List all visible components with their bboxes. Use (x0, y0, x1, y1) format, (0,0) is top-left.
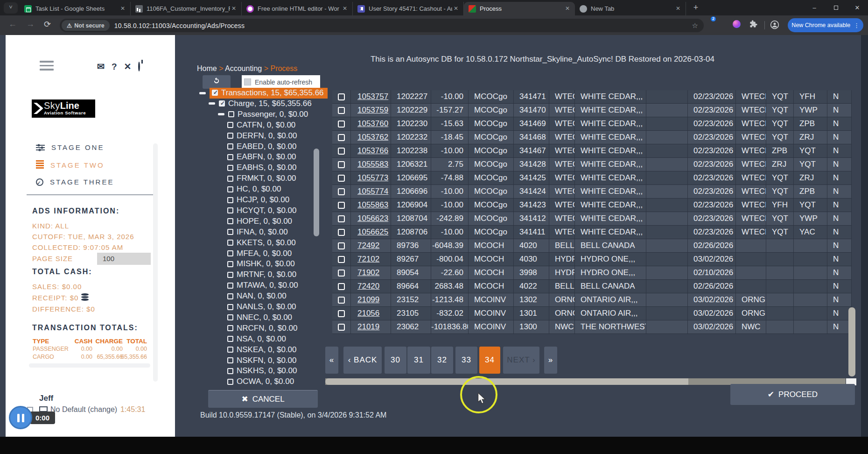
row-checkbox[interactable] (338, 215, 345, 222)
table-row[interactable]: 10537571202227-10.00MCOCgo341471WTECDWHI… (332, 90, 852, 104)
cancel-button[interactable]: ✖ CANCEL (208, 390, 318, 408)
transaction-id-link[interactable]: 21056 (351, 307, 391, 320)
page-button-[interactable]: » (544, 347, 557, 374)
tree-checkbox[interactable] (227, 304, 233, 310)
minimize-button[interactable]: – (804, 4, 825, 11)
table-row[interactable]: 2101923062-101836.80MCOINV1300NWCTHE NOR… (332, 320, 852, 334)
transaction-id-link[interactable]: 1053757 (351, 90, 391, 103)
tab-close-icon[interactable]: ✕ (119, 5, 126, 13)
sidebar-scrollbar[interactable] (153, 143, 158, 382)
transaction-id-link[interactable]: 1056625 (351, 226, 391, 239)
tree-item-nskhs[interactable]: NSKHS, 0, $0.00 (227, 366, 297, 376)
tab-search-button[interactable]: ˅ (4, 2, 18, 14)
table-row[interactable]: 7249289736-6048.39MCOCH4020BELLBELL CANA… (332, 239, 852, 253)
sidebar-item-stage-two[interactable]: STAGE TWO (36, 160, 105, 170)
reload-icon[interactable]: ⟳ (44, 19, 51, 29)
table-row[interactable]: 10558631206904-10.00MCOCgo341423WTECDWHI… (332, 199, 852, 212)
collapse-icon[interactable] (209, 102, 215, 105)
breadcrumb-home[interactable]: Home (197, 64, 217, 72)
tree-checkbox[interactable] (227, 379, 233, 385)
table-row[interactable]: 10566251208706-10.00MCOCgo341411WTECDWHI… (332, 226, 852, 239)
tree-item-mishk[interactable]: MISHK, 0, $0.00 (227, 259, 295, 269)
transaction-id-link[interactable]: 1056623 (351, 212, 391, 225)
page-button-30[interactable]: 30 (385, 347, 406, 374)
tree-item-mrtnf[interactable]: MRTNF, 0, $0.00 (227, 270, 296, 280)
page-button-back[interactable]: ‹ BACK (343, 347, 382, 374)
chrome-update-button[interactable]: New Chrome available ⋮ (788, 18, 863, 32)
transaction-id-link[interactable]: 1055863 (351, 199, 391, 212)
tree-checkbox[interactable] (227, 357, 233, 363)
tree-item-ocwa[interactable]: OCWA, 0, $0.00 (227, 376, 294, 387)
row-checkbox[interactable] (338, 297, 345, 304)
tree-checkbox[interactable] (227, 154, 233, 160)
page-button-31[interactable]: 31 (407, 347, 430, 374)
power-icon[interactable] (138, 63, 140, 71)
transaction-id-link[interactable]: 21099 (351, 293, 391, 306)
transaction-id-link[interactable]: 1055583 (351, 158, 391, 171)
security-chip[interactable]: ⚠ Not secure (62, 20, 110, 31)
transaction-id-link[interactable]: 21019 (351, 320, 391, 333)
tree-checkbox[interactable] (227, 336, 233, 342)
maximize-button[interactable] (825, 4, 847, 11)
transaction-id-link[interactable]: 1053762 (351, 131, 391, 144)
transaction-id-link[interactable]: 72102 (351, 253, 391, 266)
tree-scrollbar[interactable] (314, 149, 319, 236)
tree-item-mfea[interactable]: MFEA, 0, $0.00 (227, 248, 292, 259)
tree-checkbox[interactable] (227, 293, 233, 299)
kebab-menu-icon[interactable]: ⋮ (854, 22, 860, 29)
tree-checkbox[interactable] (227, 250, 233, 256)
transaction-id-link[interactable]: 1055774 (351, 185, 391, 198)
page-button-32[interactable]: 32 (431, 347, 453, 374)
row-checkbox[interactable] (338, 175, 345, 182)
row-checkbox[interactable] (338, 202, 345, 209)
tree-item-mtawa[interactable]: MTAWA, 0, $0.00 (227, 280, 298, 291)
tree-item-catfn[interactable]: CATFN, 0, $0.00 (227, 120, 295, 130)
tree-item-derfn[interactable]: DERFN, 0, $0.00 (227, 131, 297, 141)
profile-icon[interactable] (770, 20, 779, 31)
browser-tab-1[interactable]: Task List - Google Sheets✕ (20, 2, 131, 15)
tree-checkbox[interactable] (227, 325, 233, 331)
hamburger-menu-icon[interactable] (40, 61, 54, 73)
row-checkbox[interactable] (338, 161, 345, 168)
tree-item-nrcfn[interactable]: NRCFN, 0, $0.00 (227, 323, 297, 333)
tree-checkbox[interactable] (227, 165, 233, 171)
table-row[interactable]: 10537601202230-15.63MCOCgo341469WTECDWHI… (332, 117, 852, 131)
table-row[interactable]: 10537591202229-157.27MCOCgo341470WTECDWH… (332, 104, 852, 117)
table-row[interactable]: 10557741206696-10.00MCOCgo341424WTECDWHI… (332, 185, 852, 199)
proceed-button[interactable]: ✔ PROCEED (730, 384, 855, 405)
browser-tab-2[interactable]: 1106FA_Customer_Inventory_Fo✕ (131, 2, 242, 15)
back-icon[interactable]: ← (8, 19, 17, 29)
page-size-input[interactable]: 100 (97, 253, 151, 265)
row-checkbox[interactable] (338, 283, 345, 290)
tree-checkbox[interactable] (227, 218, 233, 224)
transaction-id-link[interactable]: 72492 (351, 239, 391, 252)
tree-item-passenger[interactable]: Passenger, 0, $0.00 (218, 109, 308, 120)
table-row[interactable]: 7190289054-22.60MCOCH3998HYDROHYDRO ONE,… (332, 266, 852, 280)
row-checkbox[interactable] (338, 93, 345, 100)
tree-checkbox[interactable] (227, 143, 233, 149)
transaction-id-link[interactable]: 1055773 (351, 171, 391, 184)
tree-checkbox[interactable] (227, 176, 233, 182)
bookmark-star-icon[interactable]: ☆ (692, 21, 698, 30)
extension-icon[interactable] (733, 20, 741, 28)
transaction-id-link[interactable]: 1053760 (351, 117, 391, 130)
table-row[interactable]: 72420896642683.48MCOCH4022BELLBELL CANAD… (332, 280, 852, 293)
row-checkbox[interactable] (338, 310, 345, 317)
help-icon[interactable]: ? (112, 62, 117, 72)
tree-checkbox[interactable] (227, 133, 233, 139)
tree-checkbox[interactable] (219, 100, 225, 106)
tree-item-eabhs[interactable]: EABHS, 0, $0.00 (227, 163, 297, 173)
table-row[interactable]: 2109923152-1213.48MCOINV1302ORNGEONTARIO… (332, 293, 852, 307)
browser-tab-3[interactable]: Free online HTML editor - Wor✕ (242, 2, 353, 15)
row-checkbox[interactable] (338, 121, 345, 128)
device-default-link[interactable]: No Default (change) (50, 405, 117, 414)
table-row[interactable]: 7210289267-800.04MCOCH4030HYDROHYDRO ONE… (332, 253, 852, 266)
table-row[interactable]: 10557731206695-74.88MCOCgo341425WTECDWHI… (332, 171, 852, 185)
autorefresh-checkbox[interactable] (244, 78, 251, 85)
tree-checkbox[interactable] (227, 261, 233, 267)
recorder-pause-button[interactable] (9, 406, 32, 429)
row-checkbox[interactable] (338, 188, 345, 195)
tree-item-hcyqt[interactable]: HCYQT, 0, $0.00 (227, 206, 297, 216)
tree-checkbox[interactable] (227, 283, 233, 289)
tree-checkbox[interactable] (227, 197, 233, 203)
